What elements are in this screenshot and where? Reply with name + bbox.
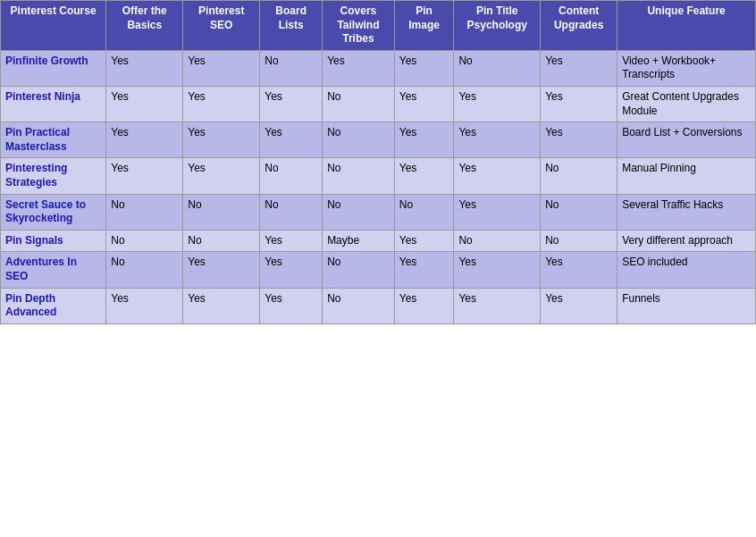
- col-header-psych: Pin Title Psychology: [454, 1, 541, 51]
- cell-unique: Board List + Conversions: [617, 122, 756, 158]
- cell-tailwind: Maybe: [323, 230, 395, 252]
- table-row: Pin Practical MasterclassYesYesYesNoYesY…: [1, 122, 756, 158]
- table-row: Pinfinite GrowthYesYesNoYesYesNoYesVideo…: [1, 50, 756, 86]
- cell-seo: No: [183, 194, 260, 230]
- cell-upgrades: No: [541, 194, 617, 230]
- cell-unique: Very different approach: [617, 230, 756, 252]
- cell-psych: Yes: [454, 288, 541, 323]
- cell-basics: Yes: [106, 288, 183, 323]
- cell-basics: Yes: [106, 122, 183, 158]
- cell-psych: Yes: [454, 86, 541, 122]
- cell-tailwind: No: [323, 158, 395, 194]
- cell-psych: No: [454, 50, 541, 86]
- cell-basics: No: [106, 194, 183, 230]
- cell-psych: Yes: [454, 194, 541, 230]
- table-row: Secret Sauce to SkyrocketingNoNoNoNoNoYe…: [1, 194, 756, 230]
- cell-boards: Yes: [260, 122, 323, 158]
- table-row: Adventures In SEONoYesYesNoYesYesYesSEO …: [1, 252, 756, 288]
- cell-psych: Yes: [454, 252, 541, 288]
- cell-basics: No: [106, 230, 183, 252]
- cell-boards: No: [260, 194, 323, 230]
- cell-boards: No: [260, 158, 323, 194]
- cell-image: Yes: [394, 86, 454, 122]
- col-header-course: Pinterest Course: [1, 1, 106, 51]
- cell-boards: Yes: [260, 288, 323, 323]
- header-row: Pinterest Course Offer the Basics Pinter…: [1, 1, 756, 51]
- cell-unique: Manual Pinning: [617, 158, 756, 194]
- table-row: Pin Depth AdvancedYesYesYesNoYesYesYesFu…: [1, 288, 756, 323]
- col-header-tailwind: Covers Tailwind Tribes: [323, 1, 395, 51]
- cell-basics: Yes: [106, 86, 183, 122]
- cell-upgrades: Yes: [541, 86, 617, 122]
- cell-boards: Yes: [260, 86, 323, 122]
- cell-tailwind: No: [323, 122, 395, 158]
- cell-course: Pinfinite Growth: [1, 50, 106, 86]
- cell-course: Secret Sauce to Skyrocketing: [1, 194, 106, 230]
- cell-boards: Yes: [260, 230, 323, 252]
- cell-course: Pin Signals: [1, 230, 106, 252]
- cell-basics: No: [106, 252, 183, 288]
- cell-psych: Yes: [454, 122, 541, 158]
- cell-seo: No: [183, 230, 260, 252]
- cell-tailwind: No: [323, 252, 395, 288]
- cell-unique: Great Content Upgrades Module: [617, 86, 756, 122]
- cell-image: Yes: [394, 288, 454, 323]
- cell-image: Yes: [394, 158, 454, 194]
- cell-image: Yes: [394, 252, 454, 288]
- cell-course: Pin Depth Advanced: [1, 288, 106, 323]
- cell-course: Pin Practical Masterclass: [1, 122, 106, 158]
- table-row: Pinteresting StrategiesYesYesNoNoYesYesN…: [1, 158, 756, 194]
- cell-image: Yes: [394, 122, 454, 158]
- cell-unique: Video + Workbook+ Transcripts: [617, 50, 756, 86]
- cell-basics: Yes: [106, 158, 183, 194]
- cell-course: Pinteresting Strategies: [1, 158, 106, 194]
- cell-unique: Several Traffic Hacks: [617, 194, 756, 230]
- cell-unique: SEO included: [617, 252, 756, 288]
- cell-upgrades: Yes: [541, 252, 617, 288]
- col-header-upgrades: Content Upgrades: [541, 1, 617, 51]
- col-header-seo: Pinterest SEO: [183, 1, 260, 51]
- comparison-table: Pinterest Course Offer the Basics Pinter…: [0, 0, 756, 324]
- cell-basics: Yes: [106, 50, 183, 86]
- cell-tailwind: Yes: [323, 50, 395, 86]
- cell-seo: Yes: [183, 252, 260, 288]
- cell-course: Adventures In SEO: [1, 252, 106, 288]
- cell-tailwind: No: [323, 288, 395, 323]
- col-header-image: Pin Image: [394, 1, 454, 51]
- cell-boards: Yes: [260, 252, 323, 288]
- cell-unique: Funnels: [617, 288, 756, 323]
- cell-upgrades: No: [541, 230, 617, 252]
- cell-image: Yes: [394, 230, 454, 252]
- cell-image: Yes: [394, 50, 454, 86]
- cell-upgrades: Yes: [541, 288, 617, 323]
- cell-seo: Yes: [183, 122, 260, 158]
- cell-psych: Yes: [454, 158, 541, 194]
- cell-tailwind: No: [323, 194, 395, 230]
- col-header-boards: Board Lists: [260, 1, 323, 51]
- cell-boards: No: [260, 50, 323, 86]
- cell-upgrades: Yes: [541, 50, 617, 86]
- table-row: Pinterest NinjaYesYesYesNoYesYesYesGreat…: [1, 86, 756, 122]
- cell-seo: Yes: [183, 288, 260, 323]
- cell-course: Pinterest Ninja: [1, 86, 106, 122]
- cell-upgrades: Yes: [541, 122, 617, 158]
- cell-seo: Yes: [183, 50, 260, 86]
- col-header-basics: Offer the Basics: [106, 1, 183, 51]
- cell-seo: Yes: [183, 158, 260, 194]
- table-row: Pin SignalsNoNoYesMaybeYesNoNoVery diffe…: [1, 230, 756, 252]
- cell-image: No: [394, 194, 454, 230]
- cell-upgrades: No: [541, 158, 617, 194]
- cell-psych: No: [454, 230, 541, 252]
- col-header-unique: Unique Feature: [617, 1, 756, 51]
- cell-seo: Yes: [183, 86, 260, 122]
- cell-tailwind: No: [323, 86, 395, 122]
